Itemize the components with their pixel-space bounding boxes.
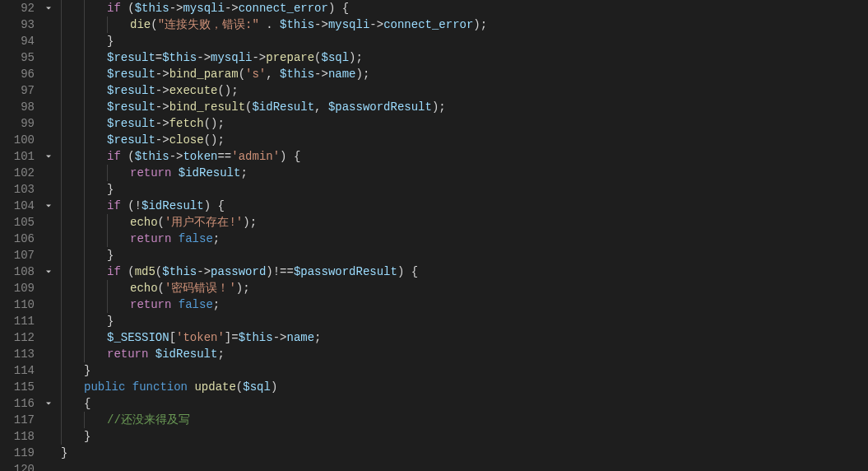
code-line[interactable]: $_SESSION['token']=$this->name; <box>61 329 868 346</box>
line-number: 112 <box>0 329 35 346</box>
line-content: $result->bind_result($idResult, $passwor… <box>61 100 446 114</box>
token-var: $idResult <box>155 347 218 361</box>
code-area[interactable]: if ($this->mysqli->connect_error) {die("… <box>56 0 868 471</box>
indent-guide <box>84 247 85 263</box>
code-line[interactable]: echo('密码错误！'); <box>61 280 868 296</box>
code-line[interactable]: return $idResult; <box>61 346 868 362</box>
indent-guide <box>61 395 62 412</box>
token-func: close <box>169 133 204 147</box>
token-var: $_SESSION <box>107 331 169 344</box>
code-line[interactable]: } <box>61 445 868 461</box>
fold-spacer <box>41 132 56 148</box>
line-number-gutter: 9293949596979899100101102103104105106107… <box>0 0 41 471</box>
chevron-down-icon[interactable] <box>41 395 56 412</box>
code-line[interactable]: } <box>61 181 868 198</box>
code-line[interactable]: } <box>61 313 868 329</box>
code-line[interactable]: if ($this->mysqli->connect_error) { <box>61 0 868 16</box>
indent-guide <box>61 313 62 329</box>
code-line[interactable]: } <box>61 33 868 49</box>
code-line[interactable] <box>61 461 868 471</box>
indent-guide <box>84 231 85 247</box>
code-line[interactable]: if ($this->token=='admin') { <box>61 148 868 165</box>
line-number: 101 <box>0 148 35 165</box>
line-number: 105 <box>0 214 35 231</box>
token-punc: ( <box>151 18 157 31</box>
token-var: $result <box>107 133 155 147</box>
code-line[interactable]: die("连接失败，错误:" . $this->mysqli->connect_… <box>61 16 868 33</box>
code-line[interactable]: } <box>61 362 868 379</box>
indent-guide <box>84 198 85 214</box>
token-var: $this <box>135 2 169 15</box>
fold-spacer <box>41 49 56 66</box>
token-control: if <box>107 150 128 163</box>
code-line[interactable]: return $idResult; <box>61 165 868 181</box>
token-punc: ( <box>158 282 165 295</box>
fold-spacer <box>41 82 56 99</box>
token-punc: ) { <box>204 199 225 212</box>
line-number: 116 <box>0 395 35 412</box>
chevron-down-icon[interactable] <box>41 0 56 16</box>
indent-guide <box>61 0 62 16</box>
line-number: 100 <box>0 132 35 148</box>
fold-spacer <box>41 445 56 461</box>
fold-spacer <box>41 346 56 362</box>
chevron-down-icon[interactable] <box>41 148 56 165</box>
line-content: echo('密码错误！'); <box>61 282 250 295</box>
indent-guide <box>61 247 62 263</box>
token-func: bind_param <box>169 68 239 81</box>
token-string: 'token' <box>176 331 225 344</box>
chevron-down-icon[interactable] <box>41 198 56 214</box>
token-var: name <box>328 68 356 81</box>
indent-guide <box>61 296 62 313</box>
code-line[interactable]: } <box>61 247 868 263</box>
code-line[interactable]: if (md5($this->password)!==$passwordResu… <box>61 263 868 280</box>
line-number: 94 <box>0 33 35 49</box>
line-content: return $idResult; <box>61 166 248 180</box>
code-editor: 9293949596979899100101102103104105106107… <box>0 0 868 471</box>
indent-guide <box>84 181 85 198</box>
indent-guide <box>61 99 62 115</box>
code-line[interactable]: $result->bind_result($idResult, $passwor… <box>61 99 868 115</box>
token-var: $passwordResult <box>328 100 432 114</box>
token-punc: } <box>107 315 114 328</box>
chevron-down-icon[interactable] <box>41 263 56 280</box>
indent-guide <box>61 346 62 362</box>
fold-spacer <box>41 247 56 263</box>
code-line[interactable]: { <box>61 395 868 412</box>
code-line[interactable]: $result->bind_param('s', $this->name); <box>61 66 868 82</box>
code-line[interactable]: $result->close(); <box>61 132 868 148</box>
fold-spacer <box>41 181 56 198</box>
code-line[interactable]: //还没来得及写 <box>61 412 868 428</box>
token-var: token <box>183 150 217 163</box>
code-line[interactable]: if (!$idResult) { <box>61 198 868 214</box>
code-line[interactable]: public function update($sql) <box>61 379 868 395</box>
line-number: 108 <box>0 263 35 280</box>
line-content: { <box>61 397 91 410</box>
code-line[interactable]: } <box>61 428 868 445</box>
token-var: $result <box>107 84 155 97</box>
token-func: echo <box>130 216 158 229</box>
token-punc: ); <box>236 282 250 295</box>
token-punc: (); <box>204 133 225 147</box>
token-punc: ( <box>158 216 165 229</box>
token-op: -> <box>169 150 183 163</box>
code-line[interactable]: return false; <box>61 296 868 313</box>
line-number: 97 <box>0 82 35 99</box>
line-content: } <box>61 183 114 196</box>
code-line[interactable]: $result->execute(); <box>61 82 868 99</box>
indent-guide <box>84 165 85 181</box>
code-line[interactable]: echo('用户不存在!'); <box>61 214 868 231</box>
code-line[interactable]: return false; <box>61 231 868 247</box>
fold-spacer <box>41 362 56 379</box>
fold-column <box>41 0 56 471</box>
token-var: $passwordResult <box>294 265 397 278</box>
token-punc: ( <box>128 265 134 278</box>
token-punc: } <box>107 35 114 48</box>
indent-guide <box>61 198 62 214</box>
token-var: $result <box>107 51 155 64</box>
token-op: -> <box>225 2 239 15</box>
fold-spacer <box>41 33 56 49</box>
code-line[interactable]: $result=$this->mysqli->prepare($sql); <box>61 49 868 66</box>
token-punc: ( <box>155 265 162 278</box>
code-line[interactable]: $result->fetch(); <box>61 115 868 132</box>
